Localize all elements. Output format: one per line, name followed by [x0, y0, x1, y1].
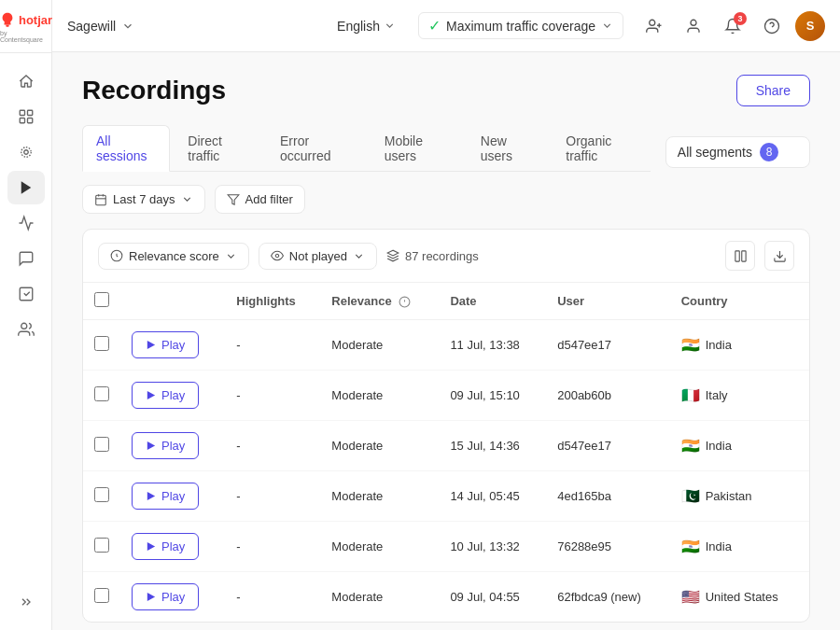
sidebar-item-dashboard[interactable] [7, 100, 45, 133]
add-filter-button[interactable]: Add filter [215, 185, 305, 214]
user-cell: d547ee17 [546, 320, 669, 371]
svg-marker-19 [228, 194, 239, 204]
play-button[interactable]: Play [132, 382, 199, 409]
table-toolbar: Relevance score Not played 87 recordings [83, 230, 809, 283]
user-profile-button[interactable] [678, 10, 709, 42]
date-cell: 09 Jul, 04:55 [439, 572, 546, 623]
not-played-button[interactable]: Not played [259, 243, 377, 270]
help-button[interactable] [756, 10, 788, 42]
columns-button[interactable] [725, 241, 755, 271]
relevance-icon [110, 249, 123, 262]
relevance-score-button[interactable]: Relevance score [98, 243, 249, 270]
page-header: Recordings Share [82, 75, 810, 106]
svg-marker-32 [147, 492, 155, 500]
date-filter-button[interactable]: Last 7 days [82, 185, 205, 214]
sidebar-nav [7, 57, 45, 574]
tab-organic-traffic[interactable]: Organic traffic [552, 125, 651, 172]
table-body: Play - Moderate 11 Jul, 13:38 d547ee17 🇮… [83, 320, 809, 623]
svg-marker-34 [147, 593, 155, 601]
header-icons: 3 S [638, 10, 825, 42]
play-icon [146, 592, 156, 602]
share-button[interactable]: Share [736, 75, 810, 106]
filter-icon [227, 193, 240, 206]
user-cell: 76288e95 [546, 522, 669, 572]
date-cell: 14 Jul, 05:45 [439, 471, 546, 522]
svg-rect-23 [735, 250, 738, 260]
svg-rect-1 [27, 110, 32, 115]
row-checkbox[interactable] [94, 487, 109, 502]
sidebar-item-heatmaps[interactable] [7, 135, 45, 169]
svg-marker-29 [147, 341, 155, 349]
invite-users-button[interactable] [638, 10, 670, 42]
svg-rect-7 [20, 287, 33, 301]
highlights-cell: - [225, 522, 320, 572]
sidebar-collapse-button[interactable] [7, 585, 45, 619]
play-icon [146, 491, 156, 501]
sidebar-item-users[interactable] [7, 313, 45, 346]
table-row: Play - Moderate 09 Jul, 04:55 62fbdca9 (… [83, 572, 809, 623]
logo-text: hotjar [19, 13, 52, 27]
sidebar-bottom [7, 574, 45, 630]
svg-rect-15 [96, 195, 106, 205]
highlights-cell: - [225, 371, 320, 421]
svg-marker-6 [21, 181, 31, 194]
avatar[interactable]: S [795, 11, 825, 41]
language-selector[interactable]: English [329, 15, 403, 37]
relevance-cell: Moderate [320, 320, 439, 371]
notifications-button[interactable]: 3 [717, 10, 749, 42]
select-all-checkbox[interactable] [94, 292, 109, 307]
country-cell: 🇵🇰Pakistan [670, 471, 809, 522]
svg-rect-2 [20, 119, 24, 123]
play-button[interactable]: Play [132, 533, 199, 560]
svg-point-12 [691, 20, 696, 25]
svg-rect-3 [27, 119, 32, 123]
sidebar-item-analytics[interactable] [7, 206, 45, 240]
row-checkbox[interactable] [94, 336, 109, 351]
filters-row: Last 7 days Add filter [82, 185, 810, 214]
svg-point-9 [650, 20, 655, 25]
workspace-chevron-icon [121, 20, 134, 33]
tab-mobile-users[interactable]: Mobile users [371, 125, 463, 172]
sidebar-item-surveys[interactable] [7, 277, 45, 311]
tab-error-occurred[interactable]: Error occurred [266, 125, 367, 172]
row-checkbox[interactable] [94, 437, 109, 452]
tab-all-sessions[interactable]: All sessions [82, 125, 170, 172]
play-button[interactable]: Play [132, 432, 199, 459]
date-cell: 11 Jul, 13:38 [439, 320, 546, 371]
row-checkbox[interactable] [94, 588, 109, 603]
svg-point-21 [275, 254, 279, 258]
table-row: Play - Moderate 11 Jul, 13:38 d547ee17 🇮… [83, 320, 809, 371]
play-icon [146, 340, 156, 350]
select-all-header [83, 283, 120, 320]
sidebar-item-recordings[interactable] [7, 171, 45, 204]
play-button[interactable]: Play [132, 483, 199, 510]
date-cell: 09 Jul, 15:10 [439, 371, 546, 421]
tab-new-users[interactable]: New users [467, 125, 549, 172]
play-button[interactable]: Play [132, 331, 199, 358]
play-icon [146, 541, 156, 552]
play-button[interactable]: Play [132, 583, 199, 610]
segments-button[interactable]: All segments 8 [665, 136, 810, 168]
traffic-label: Maximum traffic coverage [446, 19, 595, 34]
tabs-row: All sessions Direct traffic Error occurr… [82, 125, 651, 172]
row-checkbox[interactable] [94, 538, 109, 553]
sidebar-item-home[interactable] [7, 64, 45, 98]
recordings-table: Highlights Relevance Date User Country [83, 283, 809, 622]
svg-marker-30 [147, 391, 155, 399]
logo-subtext: by Contentsquare [0, 30, 51, 43]
not-played-label: Not played [289, 249, 347, 263]
recordings-table-container: Relevance score Not played 87 recordings [82, 229, 810, 623]
download-button[interactable] [764, 241, 794, 271]
row-checkbox[interactable] [94, 386, 109, 401]
avatar-image: S [795, 11, 825, 41]
date-chevron-icon [181, 193, 193, 205]
workspace-selector[interactable]: Sagewill [67, 19, 134, 34]
tab-direct-traffic[interactable]: Direct traffic [174, 125, 262, 172]
sidebar: hotjar by Contentsquare [0, 0, 52, 630]
table-row: Play - Moderate 10 Jul, 13:32 76288e95 🇮… [83, 522, 809, 572]
date-filter-label: Last 7 days [113, 192, 175, 206]
sidebar-item-feedback[interactable] [7, 242, 45, 275]
flag-icon: 🇮🇳 [681, 336, 700, 354]
traffic-selector[interactable]: ✓ Maximum traffic coverage [418, 12, 623, 39]
relevance-col-header: Relevance [320, 283, 439, 320]
